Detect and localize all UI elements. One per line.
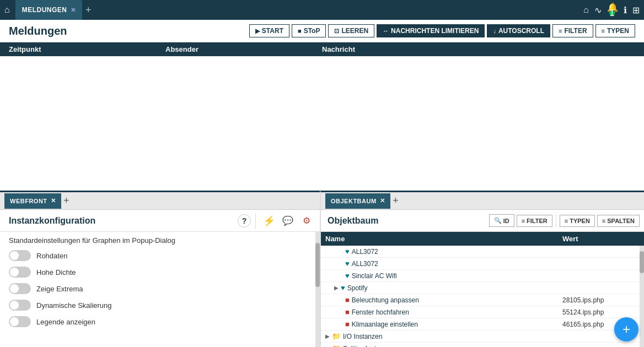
col-nachricht: Nachricht bbox=[322, 45, 635, 53]
tree-item-name: ALL3072 bbox=[352, 248, 562, 256]
objektbaum-toolbar: Objektbaum 🔍 ID ≡ FILTER ≡ TYPEN ≡ SPALT… bbox=[321, 210, 644, 232]
fab-plus-icon: + bbox=[622, 322, 630, 337]
tree-item[interactable]: ♥ Sinclair AC Wifi bbox=[321, 270, 644, 282]
objektbaum-tab[interactable]: OBJEKTBAUM ✕ bbox=[325, 193, 390, 209]
question-icon[interactable]: ? bbox=[238, 214, 251, 227]
toggle-switch-3[interactable] bbox=[9, 300, 31, 311]
home-icon[interactable]: ⌂ bbox=[4, 5, 10, 15]
tab-meldungen[interactable]: MELDUNGEN ✕ bbox=[15, 0, 82, 20]
toggle-switch-2[interactable] bbox=[9, 283, 31, 294]
tree-item[interactable]: ♥ ALL3072 bbox=[321, 258, 644, 270]
spalten-button[interactable]: ≡ SPALTEN bbox=[597, 215, 640, 227]
scroll-bar[interactable] bbox=[315, 232, 320, 347]
webfront-toolbar: Instanzkonfiguration ? ⚡ 💬 ⚙ bbox=[0, 210, 320, 232]
tree-content: ♥ ALL3072 ♥ ALL3072 ♥ Sinclair AC Wifi ▶… bbox=[321, 246, 644, 347]
autoscroll-button[interactable]: ↓ AUTOSCROLL bbox=[487, 24, 550, 37]
tab-add-button[interactable]: + bbox=[85, 4, 92, 16]
webfront-tab-add[interactable]: + bbox=[63, 195, 69, 207]
toggle-label-3: Dynamische Skalierung bbox=[36, 301, 112, 310]
tree-item[interactable]: ▶ 📁 Splitter Instanzen bbox=[321, 343, 644, 347]
obj-scroll-thumb bbox=[640, 251, 644, 273]
webfront-panel-title: Instanzkonfiguration bbox=[4, 216, 237, 226]
obj-typen-icon: ≡ bbox=[565, 218, 568, 224]
filter-button[interactable]: ≡ FILTER bbox=[552, 24, 593, 37]
col-absender: Absender bbox=[165, 45, 322, 53]
filter-icon: ≡ bbox=[559, 28, 562, 34]
teal-icon: ♥ bbox=[345, 259, 350, 268]
toggle-list: Rohdaten Hohe Dichte Zeige Extrema Dynam… bbox=[9, 250, 311, 327]
objektbaum-title: Objektbaum bbox=[325, 216, 487, 226]
tree-item-name: Beleuchtung anpassen bbox=[352, 296, 562, 304]
nachrichten-button[interactable]: ↔ NACHRICHTEN LIMITIEREN bbox=[377, 24, 485, 37]
folder-icon: 📁 bbox=[332, 332, 341, 340]
toggle-label-4: Legende anzeigen bbox=[36, 318, 95, 326]
tree-item[interactable]: ■ Beleuchtung anpassen 28105.ips.php bbox=[321, 294, 644, 306]
webfront-tabs: WEBFRONT ✕ + bbox=[0, 192, 320, 210]
toggle-switch-4[interactable] bbox=[9, 316, 31, 327]
toggle-label-2: Zeige Extrema bbox=[36, 285, 83, 293]
typen-button[interactable]: ≡ TYPEN bbox=[595, 24, 635, 37]
start-button[interactable]: ▶ START bbox=[249, 24, 289, 37]
search-icon: 🔍 bbox=[494, 217, 502, 224]
nachrichten-icon: ↔ bbox=[383, 28, 389, 34]
topbar-info-icon[interactable]: ℹ bbox=[624, 5, 627, 15]
tree-item-value: 28105.ips.php bbox=[562, 296, 640, 304]
scroll-thumb bbox=[315, 243, 320, 287]
teal-icon: ♥ bbox=[341, 284, 345, 292]
tree-item[interactable]: ■ Fenster hochfahren 55124.ips.php bbox=[321, 306, 644, 318]
notification-badge: 1 bbox=[609, 10, 615, 16]
webfront-panel: WEBFRONT ✕ + Instanzkonfiguration ? ⚡ 💬 … bbox=[0, 191, 320, 347]
leeren-button[interactable]: ⊡ LEEREN bbox=[328, 24, 374, 37]
tree-item[interactable]: ♥ ALL3072 bbox=[321, 246, 644, 258]
webfront-tab[interactable]: WEBFRONT ✕ bbox=[4, 193, 61, 209]
red-icon: ■ bbox=[345, 296, 350, 304]
obj-typen-button[interactable]: ≡ TYPEN bbox=[560, 215, 595, 227]
toggle-switch-0[interactable] bbox=[9, 250, 31, 261]
toggle-label-1: Hohe Dichte bbox=[36, 268, 76, 276]
toggle-switch-1[interactable] bbox=[9, 267, 31, 278]
tab-close-icon[interactable]: ✕ bbox=[71, 7, 76, 14]
tree-item[interactable]: ▶ ♥ Spotify bbox=[321, 282, 644, 294]
teal-icon: ♥ bbox=[345, 247, 350, 256]
col-wert: Wert bbox=[562, 235, 640, 243]
chat-icon[interactable]: 💬 bbox=[279, 212, 297, 230]
obj-scroll-bar[interactable] bbox=[640, 246, 644, 347]
tree-arrow: ▶ bbox=[334, 285, 339, 291]
objektbaum-tab-add[interactable]: + bbox=[393, 195, 399, 207]
lightning-icon[interactable]: ⚡ bbox=[260, 212, 278, 230]
tree-item-name: Klimaanlage einstellen bbox=[352, 321, 562, 328]
spalten-icon: ≡ bbox=[602, 218, 605, 224]
autoscroll-icon: ↓ bbox=[493, 28, 496, 34]
webfront-tab-label: WEBFRONT bbox=[10, 198, 47, 204]
topbar-house-icon[interactable]: ⌂ bbox=[583, 5, 589, 15]
topbar-bell-icon[interactable]: 🔔 1 bbox=[607, 2, 618, 18]
tree-item-name: Spotify bbox=[347, 284, 562, 292]
tree-item-name: Splitter Instanzen bbox=[343, 345, 562, 348]
stop-button[interactable]: ■ SToP bbox=[292, 24, 326, 37]
webfront-tab-close[interactable]: ✕ bbox=[51, 197, 56, 204]
id-button[interactable]: 🔍 ID bbox=[489, 214, 514, 227]
webfront-subtitle: Standardeinstellungen für Graphen im Pop… bbox=[9, 236, 311, 245]
lower-area: WEBFRONT ✕ + Instanzkonfiguration ? ⚡ 💬 … bbox=[0, 191, 644, 347]
typen-icon: ≡ bbox=[602, 28, 605, 34]
col-name: Name bbox=[325, 235, 562, 243]
tree-item-value: 55124.ips.php bbox=[562, 308, 640, 316]
webfront-content: Standardeinstellungen für Graphen im Pop… bbox=[0, 232, 320, 347]
toggle-row-1: Hohe Dichte bbox=[9, 267, 311, 278]
red-icon: ■ bbox=[345, 320, 350, 328]
tree-item-name: I/O Instanzen bbox=[343, 333, 562, 340]
toggle-row-0: Rohdaten bbox=[9, 250, 311, 261]
objektbaum-tab-close[interactable]: ✕ bbox=[380, 197, 385, 204]
topbar-chart-icon[interactable]: ∿ bbox=[594, 5, 602, 15]
fab-add-button[interactable]: + bbox=[614, 317, 638, 341]
tree-item[interactable]: ▶ 📁 I/O Instanzen bbox=[321, 330, 644, 343]
folder-icon: 📁 bbox=[332, 344, 341, 347]
objektbaum-panel: OBJEKTBAUM ✕ + Objektbaum 🔍 ID ≡ FILTER … bbox=[320, 191, 644, 347]
obj-filter-button[interactable]: ≡ FILTER bbox=[517, 215, 552, 227]
tree-item-name: ALL3072 bbox=[352, 260, 562, 268]
tree-item[interactable]: ■ Klimaanlage einstellen 46165.ips.php bbox=[321, 318, 644, 330]
obj-filter-icon: ≡ bbox=[522, 218, 525, 224]
gear-icon[interactable]: ⚙ bbox=[298, 212, 315, 230]
meldungen-title: Meldungen bbox=[9, 25, 247, 37]
topbar-grid-icon[interactable]: ⊞ bbox=[632, 5, 640, 15]
